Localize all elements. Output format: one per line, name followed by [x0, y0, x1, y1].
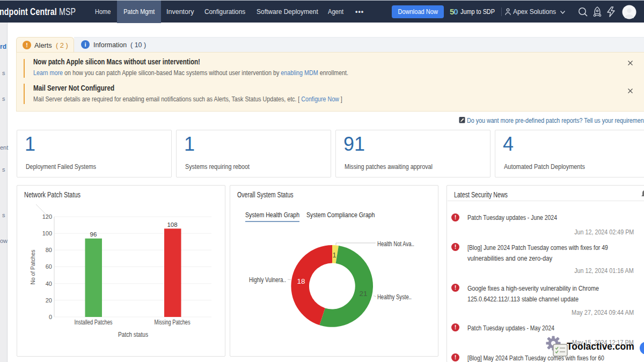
svg-text:No of Patches: No of Patches [30, 249, 36, 284]
svg-text:1: 1 [333, 252, 336, 259]
svg-text:Patch status: Patch status [118, 331, 148, 338]
svg-text:80: 80 [46, 247, 52, 253]
svg-text:96: 96 [90, 231, 97, 238]
svg-text:Health Not Ava..: Health Not Ava.. [377, 240, 414, 248]
svg-text:Installed Patches: Installed Patches [75, 319, 113, 326]
svg-text:0: 0 [49, 314, 52, 320]
svg-text:18: 18 [297, 277, 305, 285]
svg-text:Healthy Syste..: Healthy Syste.. [377, 293, 412, 301]
svg-text:108: 108 [167, 221, 177, 228]
svg-text:20: 20 [46, 297, 52, 304]
svg-text:60: 60 [46, 263, 52, 270]
svg-text:40: 40 [46, 280, 52, 287]
svg-text:100: 100 [42, 230, 52, 237]
svg-text:Missing Patches: Missing Patches [155, 319, 191, 326]
svg-text:120: 120 [42, 213, 52, 220]
svg-text:Highly Vulnera..: Highly Vulnera.. [249, 276, 286, 284]
svg-text:21: 21 [359, 290, 367, 298]
